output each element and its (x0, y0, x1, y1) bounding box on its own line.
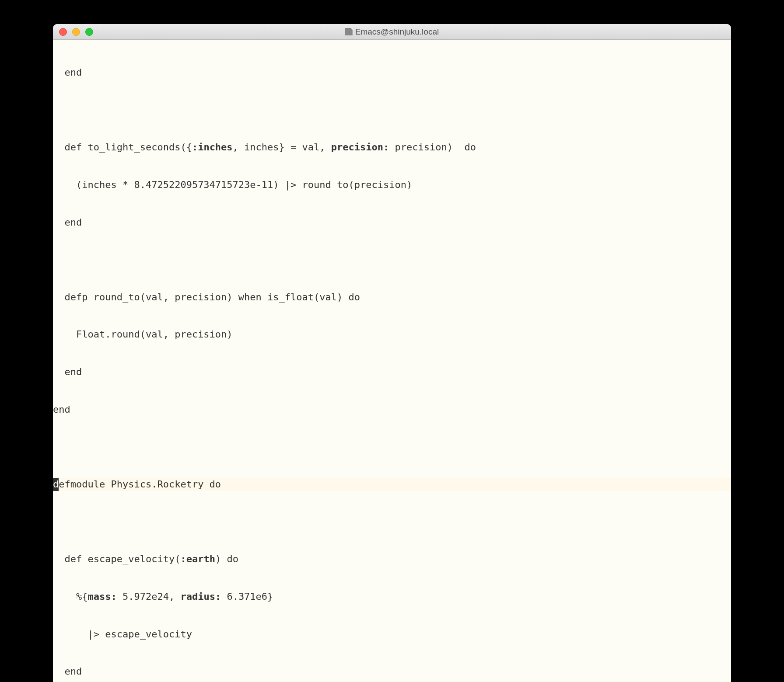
code-line: defp round_to(val, precision) when is_fl… (53, 291, 731, 304)
code-line: end (53, 366, 731, 379)
code-line: def escape_velocity(:earth) do (53, 553, 731, 566)
code-line: end (53, 404, 731, 416)
code-line: %{mass: 5.972e24, radius: 6.371e6} (53, 591, 731, 603)
traffic-lights (53, 28, 93, 36)
code-line: |> escape_velocity (53, 628, 731, 641)
code-line (53, 516, 731, 528)
current-line: defmodule Physics.Rocketry do (53, 478, 731, 491)
code-line: end (53, 216, 731, 229)
document-icon (345, 28, 353, 35)
code-line: end (53, 66, 731, 79)
code-line: def to_light_seconds({:inches, inches} =… (53, 141, 731, 154)
minimize-icon[interactable] (72, 28, 80, 36)
editor-pane[interactable]: end def to_light_seconds({:inches, inche… (53, 40, 731, 682)
code-line: Float.round(val, precision) (53, 328, 731, 341)
cursor: d (53, 478, 59, 491)
zoom-icon[interactable] (85, 28, 93, 36)
code-line (53, 441, 731, 453)
code-line (53, 254, 731, 266)
code-line (53, 104, 731, 116)
window-title-text: Emacs@shinjuku.local (355, 27, 439, 37)
close-icon[interactable] (59, 28, 67, 36)
titlebar[interactable]: Emacs@shinjuku.local (53, 24, 731, 40)
window-title: Emacs@shinjuku.local (53, 27, 731, 37)
code-line: end (53, 665, 731, 678)
emacs-window: Emacs@shinjuku.local end def to_light_se… (53, 24, 731, 682)
code-line: (inches * 8.472522095734715723e-11) |> r… (53, 179, 731, 191)
